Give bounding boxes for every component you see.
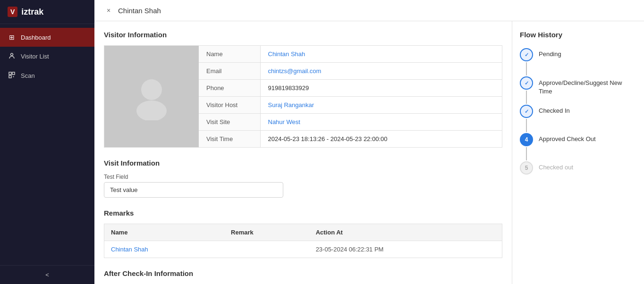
sidebar-item-visitor-list-label: Visitor List bbox=[21, 53, 49, 60]
field-label-email: Email bbox=[199, 63, 260, 80]
step-label-5: Checked out bbox=[539, 161, 636, 171]
after-checkin-section: After Check-In Information Test Field bbox=[104, 269, 502, 284]
detail-title: Chintan Shah bbox=[118, 7, 161, 15]
sidebar-item-scan-label: Scan bbox=[21, 72, 35, 79]
sidebar-item-dashboard-label: Dashboard bbox=[21, 34, 51, 41]
info-table: Name Chintan Shah Email chintzs@gmail.co… bbox=[199, 46, 502, 147]
step-label-1: Pending bbox=[539, 48, 636, 58]
main-content: × Chintan Shah Visitor Information bbox=[94, 0, 644, 284]
step-connector-1: ✓ bbox=[520, 48, 533, 76]
sidebar-collapse-button[interactable]: < bbox=[0, 265, 94, 284]
field-label-time: Visit Time bbox=[199, 131, 260, 148]
svg-rect-1 bbox=[9, 72, 11, 75]
visit-info-section: Visit Information Test Field Test value bbox=[104, 159, 502, 198]
step-connector-4: 4 bbox=[520, 133, 533, 161]
svg-point-5 bbox=[141, 79, 162, 100]
sidebar-nav: ⊞ Dashboard Visitor List Scan bbox=[0, 24, 94, 265]
remarks-col-action: Action At bbox=[309, 224, 502, 241]
svg-rect-2 bbox=[12, 72, 15, 75]
remarks-header-row: Name Remark Action At bbox=[104, 224, 502, 241]
svg-point-6 bbox=[136, 100, 167, 120]
step-circle-1: ✓ bbox=[520, 48, 533, 61]
flow-history-title: Flow History bbox=[520, 31, 636, 39]
visitor-info-title: Visitor Information bbox=[104, 31, 502, 39]
table-row: Visit Site Nahur West bbox=[199, 114, 502, 131]
close-button[interactable]: × bbox=[104, 6, 113, 15]
sidebar-item-visitor-list[interactable]: Visitor List bbox=[0, 47, 94, 66]
field-value-email: chintzs@gmail.com bbox=[260, 63, 502, 80]
step-line-4 bbox=[526, 147, 527, 160]
field-value-host: Suraj Rangankar bbox=[260, 97, 502, 114]
field-label-site: Visit Site bbox=[199, 114, 260, 131]
step-circle-3: ✓ bbox=[520, 105, 533, 118]
detail-scrollable[interactable]: Visitor Information Name Chintan Shah bbox=[94, 21, 512, 284]
after-checkin-title: After Check-In Information bbox=[104, 269, 502, 277]
remarks-table: Name Remark Action At Chintan Shah 23-05… bbox=[104, 224, 502, 258]
logo-icon: V bbox=[8, 7, 17, 17]
visitor-info-content: Name Chintan Shah Email chintzs@gmail.co… bbox=[104, 45, 502, 148]
flow-step-5: 5 Checked out bbox=[520, 161, 636, 175]
visit-info-title: Visit Information bbox=[104, 159, 502, 167]
svg-point-0 bbox=[11, 53, 13, 56]
dashboard-icon: ⊞ bbox=[8, 33, 16, 41]
table-row: Visitor Host Suraj Rangankar bbox=[199, 97, 502, 114]
field-value-phone: 919819833929 bbox=[260, 80, 502, 97]
visit-field-label: Test Field bbox=[104, 174, 502, 180]
field-value-time: 2024-05-23 18:13:26 - 2024-05-23 22:00:0… bbox=[260, 131, 502, 148]
detail-header: × Chintan Shah bbox=[94, 0, 644, 21]
field-value-site: Nahur West bbox=[260, 114, 502, 131]
sidebar-item-scan[interactable]: Scan bbox=[0, 66, 94, 85]
step-connector-2: ✓ bbox=[520, 76, 533, 105]
field-value-name: Chintan Shah bbox=[260, 46, 502, 63]
step-connector-5: 5 bbox=[520, 161, 533, 175]
visitor-info-section: Visitor Information Name Chintan Shah bbox=[104, 31, 502, 148]
table-row: Chintan Shah 23-05-2024 06:22:31 PM bbox=[104, 241, 502, 258]
remarks-title: Remarks bbox=[104, 209, 502, 217]
step-label-4: Approved Check Out bbox=[539, 133, 636, 142]
step-line-2 bbox=[526, 91, 527, 104]
flow-step-3: ✓ Checked In bbox=[520, 105, 636, 133]
flow-steps: ✓ Pending ✓ Approve/Decline/Suggest New bbox=[520, 48, 636, 175]
remark-action-at: 23-05-2024 06:22:31 PM bbox=[309, 241, 502, 258]
svg-rect-3 bbox=[9, 75, 11, 78]
logo-text: iztrak bbox=[21, 7, 43, 17]
remarks-section: Remarks Name Remark Action At Chintan Sh… bbox=[104, 209, 502, 258]
svg-rect-4 bbox=[13, 76, 14, 77]
visit-field-value: Test value bbox=[104, 182, 283, 198]
remarks-col-remark: Remark bbox=[224, 224, 309, 241]
flow-step-2: ✓ Approve/Decline/Suggest New Time bbox=[520, 76, 636, 105]
step-label-2: Approve/Decline/Suggest New Time bbox=[539, 76, 636, 96]
visitor-photo bbox=[104, 46, 199, 147]
sidebar-logo: V iztrak bbox=[0, 0, 94, 24]
step-circle-5: 5 bbox=[520, 161, 533, 175]
detail-body: Visitor Information Name Chintan Shah bbox=[94, 21, 644, 284]
flow-history-panel: Flow History ✓ Pending bbox=[512, 21, 644, 284]
remark-name: Chintan Shah bbox=[104, 241, 225, 258]
step-line-1 bbox=[526, 62, 527, 75]
step-connector-3: ✓ bbox=[520, 105, 533, 133]
table-row: Name Chintan Shah bbox=[199, 46, 502, 63]
sidebar: V iztrak ⊞ Dashboard Visitor List bbox=[0, 0, 94, 284]
step-label-3: Checked In bbox=[539, 105, 636, 114]
visitor-list-icon bbox=[8, 52, 16, 60]
field-label-phone: Phone bbox=[199, 80, 260, 97]
scan-icon bbox=[8, 72, 16, 80]
flow-step-1: ✓ Pending bbox=[520, 48, 636, 76]
remarks-col-name: Name bbox=[104, 224, 225, 241]
table-row: Visit Time 2024-05-23 18:13:26 - 2024-05… bbox=[199, 131, 502, 148]
step-circle-4: 4 bbox=[520, 133, 533, 146]
step-line-3 bbox=[526, 119, 527, 132]
sidebar-item-dashboard[interactable]: ⊞ Dashboard bbox=[0, 28, 94, 47]
field-label-host: Visitor Host bbox=[199, 97, 260, 114]
table-row: Phone 919819833929 bbox=[199, 80, 502, 97]
step-circle-2: ✓ bbox=[520, 76, 533, 90]
remark-text bbox=[224, 241, 309, 258]
field-label-name: Name bbox=[199, 46, 260, 63]
table-row: Email chintzs@gmail.com bbox=[199, 63, 502, 80]
flow-step-4: 4 Approved Check Out bbox=[520, 133, 636, 161]
